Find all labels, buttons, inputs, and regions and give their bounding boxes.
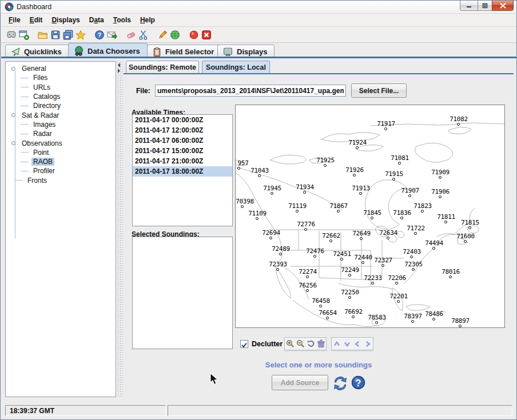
selected-soundings-list[interactable] [132, 237, 233, 349]
available-times-list[interactable]: 2011-04-17 00:00:00Z2011-04-17 12:00:00Z… [132, 114, 233, 226]
station-marker[interactable] [241, 205, 244, 208]
station-marker[interactable] [371, 217, 373, 219]
station-marker[interactable] [398, 162, 401, 165]
station-marker[interactable] [411, 320, 414, 323]
tree-item-profiler[interactable]: Profiler [6, 166, 116, 175]
time-list-item[interactable]: 2011-04-17 18:00:00Z [133, 166, 232, 177]
station-marker[interactable] [279, 253, 282, 255]
time-list-item[interactable]: 2011-04-17 15:00:00Z [133, 146, 232, 156]
station-marker[interactable] [324, 164, 327, 167]
station-marker[interactable] [306, 275, 309, 278]
station-marker[interactable] [352, 315, 355, 318]
home-view-icon[interactable] [316, 338, 326, 350]
zoom-in-icon[interactable] [285, 338, 295, 350]
station-marker[interactable] [304, 228, 307, 231]
station-marker[interactable] [412, 268, 415, 271]
tree-item-point[interactable]: Point [6, 148, 116, 157]
station-marker[interactable] [375, 321, 378, 324]
tree-item-raob[interactable]: RAOB [6, 157, 116, 166]
globe-icon[interactable] [169, 29, 181, 41]
add-source-button[interactable]: Add Source [272, 375, 328, 390]
menu-item-file[interactable]: File [4, 14, 25, 26]
tree-item-directory[interactable]: Directory [6, 101, 116, 110]
station-marker[interactable] [468, 226, 471, 229]
sounding-map[interactable]: 9577191771082719247192571081710437192671… [235, 105, 505, 328]
station-marker[interactable] [395, 282, 398, 285]
split-divider[interactable] [117, 61, 123, 397]
station-marker[interactable] [381, 264, 384, 267]
tab-soundings-local[interactable]: Soundings: Local [202, 61, 270, 74]
station-marker[interactable] [397, 300, 400, 303]
station-marker[interactable] [360, 237, 363, 240]
help-button-icon[interactable]: ? [351, 375, 366, 390]
tree-item-radar[interactable]: Radar [6, 129, 116, 138]
collapse-left-icon[interactable] [118, 63, 120, 67]
new-window-icon[interactable] [18, 29, 30, 41]
tree-item-urls[interactable]: URLs [6, 83, 116, 92]
station-marker[interactable] [439, 176, 442, 179]
station-marker[interactable] [337, 210, 340, 213]
station-marker[interactable] [439, 195, 442, 198]
station-marker[interactable] [237, 167, 240, 170]
station-marker[interactable] [319, 305, 322, 307]
tree-item-fronts[interactable]: Fronts [6, 176, 116, 185]
station-marker[interactable] [432, 318, 435, 321]
pan-down-icon[interactable] [342, 338, 352, 350]
station-marker[interactable] [414, 232, 417, 235]
station-marker[interactable] [444, 221, 447, 223]
menu-item-edit[interactable]: Edit [25, 14, 47, 26]
time-list-item[interactable]: 2011-04-17 06:00:00Z [133, 135, 232, 146]
station-marker[interactable] [313, 255, 316, 258]
station-marker[interactable] [432, 247, 435, 250]
time-list-item[interactable]: 2011-04-17 00:00:00Z [133, 115, 232, 125]
station-marker[interactable] [457, 123, 460, 126]
save-all-icon[interactable] [62, 29, 74, 41]
tab-data-choosers[interactable]: Data Choosers [68, 43, 148, 58]
station-marker[interactable] [387, 237, 389, 239]
station-marker[interactable] [256, 217, 258, 220]
zoom-out-icon[interactable] [295, 338, 305, 350]
pan-left-icon[interactable] [352, 338, 363, 350]
station-marker[interactable] [449, 275, 452, 278]
station-marker[interactable] [361, 261, 364, 264]
tree-item-files[interactable]: Files [6, 73, 116, 82]
station-marker[interactable] [296, 210, 299, 213]
minimize-button[interactable] [460, 1, 478, 11]
record-icon[interactable] [188, 29, 200, 41]
support-mail-icon[interactable] [106, 29, 118, 41]
help-icon[interactable]: ? [94, 29, 105, 41]
tree-item-sat-radar[interactable]: Sat & Radar [6, 110, 116, 119]
refresh-icon[interactable] [332, 375, 348, 391]
tree-item-images[interactable]: Images [6, 120, 116, 129]
menu-item-data[interactable]: Data [85, 14, 109, 26]
file-path-input[interactable] [155, 85, 346, 97]
station-marker[interactable] [258, 174, 261, 177]
station-marker[interactable] [384, 127, 387, 130]
station-marker[interactable] [306, 289, 309, 292]
station-marker[interactable] [348, 274, 351, 277]
station-marker[interactable] [421, 210, 424, 213]
tab-soundings-remote[interactable]: Soundings: Remote [126, 61, 199, 74]
station-marker[interactable] [359, 192, 362, 195]
station-marker[interactable] [269, 237, 272, 239]
menu-item-tools[interactable]: Tools [109, 14, 136, 26]
station-marker[interactable] [276, 268, 279, 271]
save-icon[interactable] [50, 29, 61, 41]
station-marker[interactable] [356, 146, 359, 149]
cut-icon[interactable] [138, 29, 149, 41]
station-marker[interactable] [459, 325, 462, 327]
tree-expand-handle[interactable] [11, 113, 15, 117]
station-marker[interactable] [408, 194, 411, 197]
tree-item-general[interactable]: General [6, 64, 116, 73]
station-marker[interactable] [303, 191, 306, 194]
pan-right-icon[interactable] [363, 338, 373, 350]
station-marker[interactable] [329, 239, 332, 242]
restore-button[interactable] [478, 1, 492, 11]
station-marker[interactable] [371, 282, 374, 285]
stop-icon[interactable] [201, 29, 212, 41]
close-button[interactable] [492, 1, 514, 11]
station-marker[interactable] [464, 240, 467, 243]
select-file-button[interactable]: Select File... [351, 83, 407, 98]
menu-item-displays[interactable]: Displays [47, 14, 84, 26]
menu-item-help[interactable]: Help [136, 14, 160, 26]
